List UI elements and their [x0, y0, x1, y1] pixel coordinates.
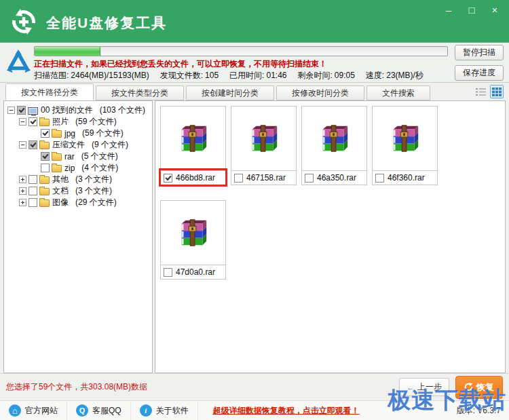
tree-item[interactable]: jpg (59 个文件) [5, 128, 151, 139]
tree-item-label: 压缩文件 [52, 139, 85, 151]
back-arrow-icon: ← [407, 383, 415, 392]
app-title: 全能U盘修复工具 [46, 14, 167, 33]
tree-item-count: (3 个文件) [75, 185, 112, 197]
footer-link-label: 客服QQ [92, 405, 121, 417]
classification-tab[interactable]: 文件搜索 [366, 85, 430, 100]
footer-link[interactable]: 客服QQ [67, 401, 131, 420]
file-card[interactable]: 47d0a0.rar [160, 200, 226, 280]
stat-value: 2464(MB)/15193(MB) [71, 71, 149, 80]
scan-stat: 扫描范围:2464(MB)/15193(MB) [34, 71, 149, 80]
close-button[interactable]: × [489, 4, 501, 16]
tree-item[interactable]: 图像 (29 个文件) [5, 197, 151, 208]
tree-item[interactable]: 压缩文件 (9 个文件) [5, 139, 151, 151]
tree-checkbox[interactable] [29, 117, 37, 126]
tree-expander-icon[interactable] [19, 141, 26, 149]
save-progress-button[interactable]: 保存进度 [455, 65, 504, 81]
tree-item[interactable]: 其他 (3 个文件) [5, 174, 151, 185]
folder-icon [39, 188, 50, 195]
file-checkbox[interactable] [164, 268, 172, 277]
tree-expander-icon[interactable] [19, 187, 26, 195]
footer: 官方网站 客服QQ 关于软件 超级详细数据恢复教程，点击立即观看！ 版本: V6… [0, 400, 509, 420]
file-card[interactable]: 467158.rar [231, 106, 297, 185]
rar-file-icon [373, 107, 437, 170]
tree-item[interactable]: zip (4 个文件) [5, 162, 151, 174]
scan-stat: 已用时间:01:46 [229, 71, 286, 80]
maximize-button[interactable]: □ [466, 4, 478, 16]
tree-expander-icon[interactable] [7, 107, 15, 114]
window-controls: – □ × [442, 4, 501, 16]
scan-stat: 速度:23(MB)/秒 [366, 71, 423, 80]
tree-checkbox[interactable] [29, 140, 37, 149]
tree-checkbox[interactable] [29, 198, 37, 207]
rar-file-icon [161, 107, 225, 170]
file-checkbox[interactable] [305, 174, 314, 183]
tree-item-label: 文档 [52, 185, 69, 197]
tree-item[interactable]: 文档 (3 个文件) [5, 185, 151, 197]
tree-item-label: 其他 [52, 174, 69, 185]
footer-link[interactable]: 关于软件 [131, 401, 198, 420]
scan-logo-icon [3, 44, 34, 81]
tree-checkbox[interactable] [41, 129, 50, 138]
back-button[interactable]: ← 上一步 [399, 378, 449, 396]
stat-value: 09:05 [335, 71, 355, 80]
tree-checkbox[interactable] [17, 106, 26, 115]
footer-link[interactable]: 官方网站 [7, 401, 67, 420]
folder-icon [39, 119, 50, 126]
folder-icon [28, 107, 38, 115]
tree-expander-icon[interactable] [19, 176, 26, 183]
tree-checkbox[interactable] [41, 152, 50, 161]
tree-item-label: rar [64, 152, 75, 161]
tree-item[interactable]: rar (5 个文件) [5, 151, 151, 162]
file-card[interactable]: 466bd8.rar [160, 106, 226, 185]
classification-tab[interactable]: 按文件类型分类 [96, 85, 184, 100]
tutorial-link[interactable]: 超级详细数据恢复教程，点击立即观看！ [213, 405, 360, 417]
footer-link-icon [76, 404, 88, 417]
tree-checkbox[interactable] [41, 164, 50, 172]
grid-view-button[interactable] [490, 85, 504, 98]
tree-expander-icon[interactable] [19, 118, 26, 126]
file-card[interactable]: 46a350.rar [301, 106, 367, 185]
classification-tab[interactable]: 按文件路径分类 [5, 83, 94, 100]
tree-item[interactable]: 照片 (59 个文件) [5, 116, 151, 128]
selection-summary: 您选择了59个文件，共303.08(MB)数据 [6, 381, 147, 393]
file-name: 46a350.rar [317, 173, 356, 183]
app-window: 全能U盘修复工具 – □ × 正在扫描文件，如果已经找到您丢失的文件，可以立即恢… [0, 0, 509, 420]
tree-item-count: (4 个文件) [81, 162, 118, 174]
recover-icon [464, 383, 473, 392]
file-checkbox[interactable] [375, 174, 384, 183]
classification-tab[interactable]: 按修改时间分类 [276, 85, 364, 100]
classification-tab[interactable]: 按创建时间分类 [186, 85, 274, 100]
scan-stat: 剩余时间:09:05 [297, 71, 354, 80]
list-view-button[interactable] [474, 85, 487, 98]
pause-scan-button[interactable]: 暂停扫描 [455, 45, 504, 60]
stat-label: 已用时间: [229, 71, 264, 80]
tree-item[interactable]: 00 找到的文件 (103 个文件) [5, 104, 151, 116]
bottom-bar: 您选择了59个文件，共303.08(MB)数据 ← 上一步 恢复 [0, 373, 509, 400]
title-bar: 全能U盘修复工具 – □ × [0, 0, 509, 42]
tree-expander-icon[interactable] [19, 199, 26, 206]
file-label-row: 47d0a0.rar [161, 265, 225, 279]
tree-item-label: 00 找到的文件 [41, 104, 93, 116]
recover-button[interactable]: 恢复 [455, 376, 503, 399]
scan-buttons: 暂停扫描 保存进度 [455, 44, 504, 81]
tree-item-count: (3 个文件) [75, 174, 112, 185]
view-toggle [474, 85, 504, 98]
footer-link-label: 关于软件 [156, 405, 189, 417]
tree-item-count: (29 个文件) [75, 197, 117, 208]
list-view-icon [476, 88, 486, 96]
file-checkbox[interactable] [234, 174, 243, 183]
file-card[interactable]: 46f360.rar [372, 106, 438, 185]
tree-checkbox[interactable] [29, 175, 37, 184]
scan-status-area: 正在扫描文件，如果已经找到您丢失的文件，可以立即恢复，不用等待扫描结束！ 扫描范… [34, 44, 455, 81]
tree-item-label: zip [64, 164, 75, 173]
tree-checkbox[interactable] [29, 187, 37, 195]
footer-link-label: 官方网站 [25, 405, 58, 417]
file-type-tree: 00 找到的文件 (103 个文件) 照片 (59 个文件) jpg (59 个… [3, 100, 153, 373]
rar-file-icon [231, 107, 296, 170]
file-checkbox[interactable] [164, 174, 172, 183]
tree-item-count: (59 个文件) [75, 116, 117, 128]
stat-label: 剩余时间: [297, 71, 332, 80]
tab-bar: 按文件路径分类按文件类型分类按创建时间分类按修改时间分类文件搜索 [0, 83, 509, 100]
minimize-button[interactable]: – [442, 4, 455, 16]
tree-item-count: (5 个文件) [81, 151, 118, 162]
